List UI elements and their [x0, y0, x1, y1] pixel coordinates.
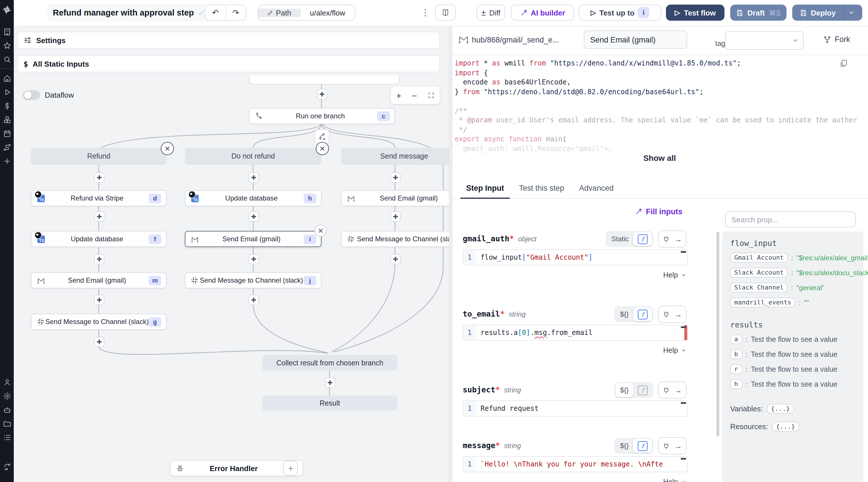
plug-icon[interactable]: [662, 311, 670, 318]
redo-button[interactable]: ↷: [226, 5, 246, 21]
insert-step-button[interactable]: ✚: [94, 295, 104, 305]
search-prop-input[interactable]: [725, 211, 856, 227]
insert-step-button[interactable]: ✚: [249, 172, 259, 183]
insert-step-button[interactable]: ✚: [249, 295, 259, 305]
arrow-right-icon[interactable]: →: [675, 310, 682, 318]
home-icon[interactable]: [0, 71, 14, 85]
tab-test-this-step[interactable]: Test this step: [519, 183, 564, 198]
plug-icon[interactable]: [662, 235, 670, 243]
insert-step-button[interactable]: ✚: [249, 211, 259, 222]
plug-icon[interactable]: [662, 442, 670, 450]
step-summary-input[interactable]: [584, 30, 687, 49]
flow-node-send-email-gmail[interactable]: Send Email (gmail)i: [185, 231, 321, 247]
field-editor-subject[interactable]: 1Refund request: [463, 400, 688, 417]
field-editor-message[interactable]: 1`Hello! \nThank you for your message. \…: [463, 456, 688, 472]
insert-step-button[interactable]: ✚: [391, 172, 401, 183]
test-up-to-step-badge[interactable]: i: [638, 7, 649, 19]
insert-step-button[interactable]: ✚: [94, 254, 104, 264]
tab-advanced[interactable]: Advanced: [579, 183, 614, 198]
dollar-icon[interactable]: [0, 99, 14, 113]
plus-icon[interactable]: [0, 154, 14, 168]
javascript-mode-button[interactable]: f: [633, 383, 652, 397]
copy-code-button[interactable]: [839, 59, 848, 69]
docs-button[interactable]: [435, 5, 456, 21]
gear-icon[interactable]: [0, 389, 14, 403]
resources-object-pill[interactable]: {...}: [772, 422, 799, 431]
prop-key-pill[interactable]: Slack Account: [730, 268, 787, 278]
calendar-icon[interactable]: [0, 126, 14, 140]
template-mode-button[interactable]: ${}: [616, 439, 633, 453]
flow-node-update-database[interactable]: TSUpdate databaseh: [185, 190, 321, 206]
arrow-right-icon[interactable]: →: [675, 386, 682, 394]
fit-view-button[interactable]: [427, 92, 434, 99]
flow-settings-bar[interactable]: Settings: [17, 32, 440, 49]
show-all-button[interactable]: Show all: [451, 153, 868, 163]
ai-builder-button[interactable]: AI builder: [511, 5, 574, 21]
flow-title[interactable]: Refund manager with approval step: [47, 4, 210, 21]
flow-node-send-email-gmail[interactable]: Send Email (gmail): [341, 190, 449, 206]
arrow-right-icon[interactable]: →: [675, 235, 682, 243]
branch-header-do-not-refund[interactable]: Do not refund: [185, 148, 321, 165]
user-icon[interactable]: [0, 375, 14, 389]
field-editor-to_email[interactable]: 1results.a[0].msg.from_email: [463, 324, 688, 341]
error-handler-node[interactable]: Error Handler: [170, 460, 303, 476]
result-key-pill[interactable]: r: [730, 364, 742, 374]
result-node[interactable]: Result: [262, 395, 397, 411]
help-toggle-gmail_auth[interactable]: Help: [641, 271, 687, 279]
draft-button[interactable]: Draft ⌘S: [730, 5, 786, 21]
flow-node-send-message-to-channel-slack[interactable]: Send Message to Channel (slack)j: [185, 272, 321, 288]
route-icon[interactable]: [0, 140, 14, 154]
cubes-icon[interactable]: [0, 113, 14, 126]
arrow-right-icon[interactable]: →: [675, 442, 682, 450]
tab-step-input[interactable]: Step Input: [466, 183, 504, 198]
zoom-in-button[interactable]: +: [396, 90, 401, 100]
tag-select[interactable]: [725, 31, 804, 50]
javascript-mode-button[interactable]: f: [633, 439, 652, 453]
undo-button[interactable]: ↶: [206, 5, 226, 21]
result-key-pill[interactable]: h: [730, 379, 742, 389]
all-static-inputs-bar[interactable]: $ All Static Inputs: [17, 55, 440, 73]
remove-branch-button[interactable]: ✕: [316, 142, 329, 155]
chevron-down-icon[interactable]: [848, 9, 855, 16]
star-icon[interactable]: [0, 38, 14, 52]
insert-step-button[interactable]: ✚: [94, 211, 104, 222]
play-icon[interactable]: [0, 85, 14, 99]
flow-node-partial[interactable]: [249, 75, 400, 84]
flow-node-send-email-gmail[interactable]: Send Email (gmail)m: [31, 272, 166, 288]
flow-canvas[interactable]: Settings $ All Static Inputs Dataflow + …: [14, 26, 449, 482]
template-mode-button[interactable]: ${}: [616, 307, 633, 321]
branch-header-send-message[interactable]: Send message: [341, 148, 449, 165]
collect-result-node[interactable]: Collect result from chosen branch: [262, 355, 397, 371]
diff-button[interactable]: ± Diff: [476, 5, 505, 21]
prop-key-pill[interactable]: mandrill_events: [730, 297, 795, 307]
dataflow-toggle[interactable]: [23, 90, 40, 100]
result-key-pill[interactable]: a: [730, 334, 742, 344]
javascript-mode-button[interactable]: f: [633, 307, 652, 321]
more-options-button[interactable]: ⋮: [420, 5, 431, 21]
deselect-node-button[interactable]: ✕: [315, 225, 327, 237]
deploy-button[interactable]: Deploy: [792, 5, 862, 21]
robot-icon[interactable]: [0, 403, 14, 417]
add-error-handler-button[interactable]: [283, 461, 298, 476]
fork-button[interactable]: Fork: [823, 35, 850, 44]
prop-key-pill[interactable]: Slack Channel: [730, 283, 787, 292]
insert-step-button[interactable]: ✚: [94, 337, 104, 347]
insert-step-button[interactable]: ✚: [391, 211, 401, 222]
windmill-logo-icon[interactable]: [0, 3, 14, 17]
hub-script-path[interactable]: hub/868/gmail/_send_e...: [472, 36, 559, 44]
insert-step-button[interactable]: ✚: [249, 254, 259, 264]
zoom-out-button[interactable]: −: [412, 90, 417, 100]
building-icon[interactable]: [0, 25, 14, 38]
prop-key-pill[interactable]: Gmail Account: [730, 253, 787, 262]
remove-branch-button[interactable]: ✕: [161, 142, 174, 155]
fill-inputs-button[interactable]: Fill inputs: [635, 207, 683, 216]
insert-step-button[interactable]: ✚: [317, 89, 327, 100]
insert-step-button[interactable]: ✚: [325, 377, 335, 388]
field-editor-gmail_auth[interactable]: 1flow_input["Gmail Account"]: [463, 249, 688, 265]
test-up-to-button[interactable]: ▷ Test up to i: [579, 5, 661, 21]
javascript-mode-button[interactable]: f: [633, 232, 652, 246]
path-value[interactable]: u/alex/flow: [300, 8, 355, 17]
insert-step-button[interactable]: ✚: [391, 254, 401, 264]
result-key-pill[interactable]: b: [730, 349, 742, 359]
flow-node-refund-via-stripe[interactable]: TSRefund via Striped: [31, 190, 166, 206]
